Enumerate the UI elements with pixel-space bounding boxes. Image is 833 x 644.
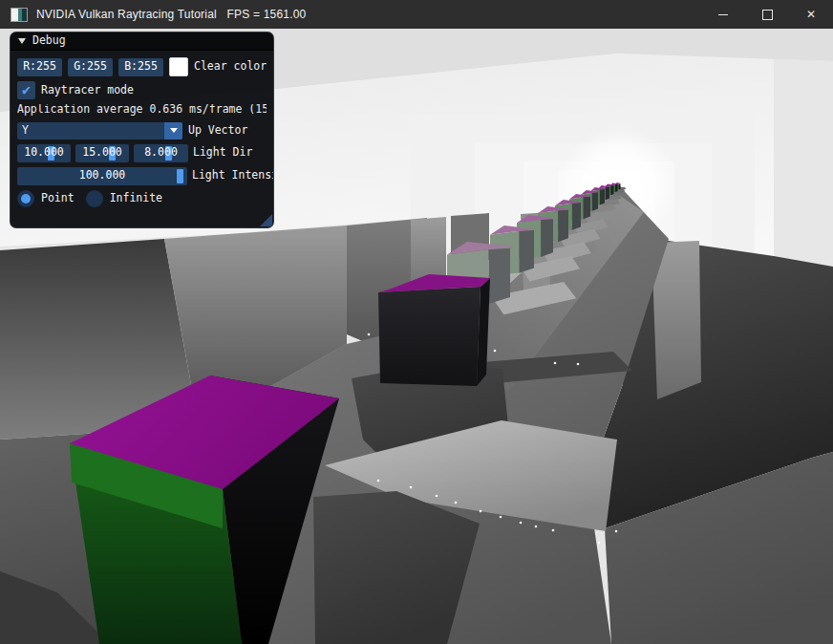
light-dir-z-value: 8.000 [134,144,188,162]
radio-infinite-label: Infinite [110,193,162,204]
right-upper-wall [774,59,833,277]
application-window: NVIDIA Vulkan Raytracing Tutorial FPS = … [0,0,833,644]
clear-color-row: R:255 G:255 B:255 Clear color [17,57,267,76]
light-intensity-slider[interactable]: 100.000 [17,167,187,185]
collapse-arrow-icon[interactable] [18,38,26,44]
clear-color-swatch[interactable] [169,57,188,76]
raytracer-row: ✔ Raytracer mode [17,81,267,99]
green-drag-field[interactable]: G:255 [68,58,113,76]
light-dir-row: 10.000 15.000 8.000 Light Dir [17,144,267,162]
debug-panel: Debug R:255 G:255 B:255 Clear color ✔ Ra… [10,32,274,228]
light-type-row: Point Infinite [17,190,267,207]
up-vector-label: Up Vector [188,125,247,137]
light-intensity-row: 100.000 Light Intensity [17,167,267,185]
combo-arrow-button[interactable] [164,122,182,140]
maximize-button[interactable] [745,0,789,29]
mid-cube-front [378,287,481,386]
light-dir-x-value: 10.000 [17,144,71,162]
light-intensity-label: Light Intensity [192,170,274,182]
light-dir-y-value: 15.000 [75,144,129,162]
clear-color-label: Clear color [194,61,267,73]
light-intensity-value: 100.000 [17,167,187,185]
raytracer-label: Raytracer mode [41,85,134,97]
debug-panel-title: Debug [32,35,66,47]
up-vector-value: Y [17,122,164,140]
radio-selected-dot [21,194,31,204]
light-dir-label: Light Dir [193,147,252,159]
debug-panel-body: R:255 G:255 B:255 Clear color ✔ Raytrace… [11,51,273,207]
window-title: NVIDIA Vulkan Raytracing Tutorial FPS = … [36,8,307,21]
light-dir-z-slider[interactable]: 8.000 [134,144,188,162]
title-bar: NVIDIA Vulkan Raytracing Tutorial FPS = … [0,0,833,29]
red-drag-field[interactable]: R:255 [17,58,62,76]
minimize-icon [718,14,728,15]
minimize-button[interactable] [701,0,745,29]
mid-cube [378,274,490,386]
light-dir-y-slider[interactable]: 15.000 [75,144,129,162]
performance-text: Application average 0.636 ms/frame (1572… [17,104,267,116]
app-icon [11,8,28,22]
checkmark-icon: ✔ [22,83,31,97]
light-dir-x-slider[interactable]: 10.000 [17,144,71,162]
close-button[interactable]: ✕ [789,0,833,29]
up-vector-combo[interactable]: Y [17,122,182,140]
chevron-down-icon [170,128,178,133]
radio-point[interactable] [17,190,34,207]
debug-panel-titlebar[interactable]: Debug [11,32,273,51]
up-vector-row: Y Up Vector [17,122,267,140]
raytracer-checkbox[interactable]: ✔ [17,81,35,99]
radio-point-label: Point [41,193,75,204]
blue-drag-field[interactable]: B:255 [118,58,163,76]
maximize-icon [762,10,773,20]
resize-grip[interactable] [260,214,272,226]
radio-infinite[interactable] [86,190,103,207]
close-icon: ✕ [806,9,816,20]
